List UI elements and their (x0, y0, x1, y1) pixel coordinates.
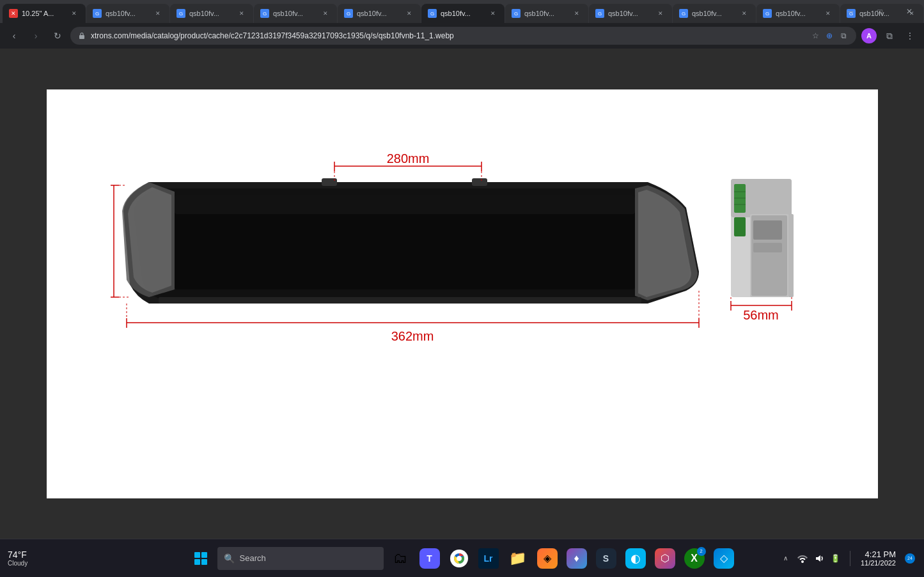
svg-rect-5 (159, 297, 641, 304)
taskbar-app-12[interactable]: ⬡ (652, 546, 678, 571)
tab-9[interactable]: G qsb10fv... ✕ (673, 4, 756, 23)
tab-title-7: qsb10fv... (524, 10, 568, 17)
taskbar-app-14[interactable]: ◇ (711, 546, 737, 571)
tab-title-4: qsb10fv... (273, 10, 317, 17)
tab-favicon-5: G (344, 9, 353, 18)
taskbar-xbox[interactable]: X 2 (682, 546, 707, 571)
extension-puzzle-icon[interactable]: ⧉ (838, 31, 849, 41)
taskbar-file-explorer[interactable]: 🗂 (388, 546, 413, 571)
tab-7[interactable]: G qsb10fv... ✕ (505, 4, 588, 23)
network-icon[interactable] (796, 552, 809, 565)
xbox-notification-badge: 2 (697, 547, 706, 556)
file-explorer-icon: 🗂 (390, 548, 411, 569)
tab-favicon-8: G (595, 9, 604, 18)
minimize-button[interactable]: ─ (836, 0, 865, 23)
main-content: 280mm 113mm 362mm (0, 49, 924, 539)
clock-date: 11/21/2022 (861, 559, 896, 567)
taskbar-files[interactable]: 📁 (505, 546, 531, 571)
tab-favicon-6: G (428, 9, 437, 18)
tab-title-8: qsb10fv... (608, 10, 652, 17)
chrome-profile-icon[interactable]: ⊕ (824, 31, 834, 41)
app-11-icon: ◐ (625, 548, 646, 569)
svg-rect-31 (753, 243, 782, 252)
tab-5[interactable]: G qsb10fv... ✕ (338, 4, 421, 23)
tab-title-9: qsb10fv... (692, 10, 735, 17)
tab-title-5: qsb10fv... (357, 10, 400, 17)
tab-title-1: 10.25" A... (22, 10, 65, 17)
system-tray: ∧ 🔋 (779, 552, 842, 565)
app-8-icon: ◈ (537, 548, 558, 569)
taskbar-app-9[interactable]: ♦ (564, 546, 590, 571)
tab-close-6[interactable]: ✕ (488, 8, 498, 19)
weather-widget[interactable]: 74°F Cloudy (8, 550, 27, 567)
tab-close-9[interactable]: ✕ (739, 8, 749, 19)
browser-toolbar-right: A ⧉ ⋮ (860, 27, 919, 45)
profile-button[interactable]: A (860, 27, 878, 45)
tab-close-10[interactable]: ✕ (823, 8, 833, 19)
address-bar[interactable]: xtrons.com/media/catalog/product/cache/c… (70, 27, 856, 45)
browser-chrome: ✕ 10.25" A... ✕ G qsb10fv... ✕ G qsb10fv… (0, 0, 924, 49)
tab-favicon-7: G (512, 9, 521, 18)
tab-favicon-9: G (679, 9, 688, 18)
tab-close-2[interactable]: ✕ (153, 8, 163, 19)
taskbar-left: 74°F Cloudy (8, 550, 33, 567)
tray-divider (850, 551, 850, 566)
tab-close-4[interactable]: ✕ (320, 8, 331, 19)
notification-icon[interactable]: 24 (904, 552, 916, 565)
volume-icon[interactable] (813, 552, 826, 565)
app-12-icon: ⬡ (655, 548, 675, 569)
maximize-button[interactable]: □ (865, 0, 895, 23)
lock-icon (78, 32, 86, 40)
clock-widget[interactable]: 4:21 PM 11/21/2022 (861, 550, 896, 567)
reload-button[interactable]: ↻ (49, 27, 67, 45)
tab-10[interactable]: G qsb10fv... ✕ (756, 4, 840, 23)
taskbar-steam[interactable]: S (593, 546, 619, 571)
notification-count-badge: 24 (905, 553, 915, 564)
tab-2[interactable]: G qsb10fv... ✕ (86, 4, 169, 23)
tab-close-3[interactable]: ✕ (237, 8, 247, 19)
tab-4[interactable]: G qsb10fv... ✕ (254, 4, 337, 23)
battery-icon[interactable]: 🔋 (829, 552, 842, 565)
tab-title-6: qsb10fv... (441, 10, 484, 17)
tab-1[interactable]: ✕ 10.25" A... ✕ (3, 4, 86, 23)
close-button[interactable]: ✕ (895, 0, 924, 23)
tab-favicon-10: G (763, 9, 772, 18)
tab-title-2: qsb10fv... (106, 10, 149, 17)
tab-favicon-4: G (260, 9, 269, 18)
tab-close-7[interactable]: ✕ (572, 8, 582, 19)
more-options-button[interactable]: ⋮ (901, 27, 919, 45)
extensions-button[interactable]: ⧉ (881, 27, 898, 45)
tab-title-3: qsb10fv... (189, 10, 233, 17)
taskbar-center: 🔍 Search 🗂 T (188, 546, 737, 571)
tab-close-8[interactable]: ✕ (655, 8, 666, 19)
tray-overflow-icon[interactable]: ∧ (779, 552, 792, 565)
files-icon: 📁 (508, 548, 528, 569)
tab-close-5[interactable]: ✕ (404, 8, 414, 19)
product-diagram: 280mm 113mm 362mm (111, 118, 814, 470)
taskbar-app-11[interactable]: ◐ (623, 546, 648, 571)
head-unit-group (122, 178, 699, 304)
taskbar-app-8[interactable]: ◈ (535, 546, 560, 571)
svg-rect-32 (788, 214, 794, 297)
address-bar-row: ‹ › ↻ xtrons.com/media/catalog/product/c… (0, 23, 924, 49)
weather-condition: Cloudy (8, 560, 27, 567)
taskbar: 74°F Cloudy 🔍 Search 🗂 T (0, 539, 924, 577)
search-bar[interactable]: 🔍 Search (217, 547, 384, 570)
taskbar-chrome[interactable] (446, 546, 472, 571)
bookmark-icon[interactable]: ☆ (810, 31, 820, 41)
taskbar-teams[interactable]: T (417, 546, 442, 571)
tab-3[interactable]: G qsb10fv... ✕ (170, 4, 253, 23)
taskbar-lightroom[interactable]: Lr (476, 546, 501, 571)
chrome-icon (449, 548, 469, 569)
start-button[interactable] (188, 546, 214, 571)
tab-8[interactable]: G qsb10fv... ✕ (589, 4, 672, 23)
tab-6[interactable]: G qsb10fv... ✕ (421, 4, 505, 23)
app-14-icon: ◇ (714, 548, 734, 569)
svg-rect-0 (79, 35, 84, 39)
back-button[interactable]: ‹ (5, 27, 23, 45)
tab-title-10: qsb10fv... (776, 10, 819, 17)
forward-button[interactable]: › (27, 27, 45, 45)
tab-close-1[interactable]: ✕ (69, 8, 79, 19)
search-placeholder-text: Search (240, 553, 266, 563)
tab-favicon-1: ✕ (9, 9, 18, 18)
